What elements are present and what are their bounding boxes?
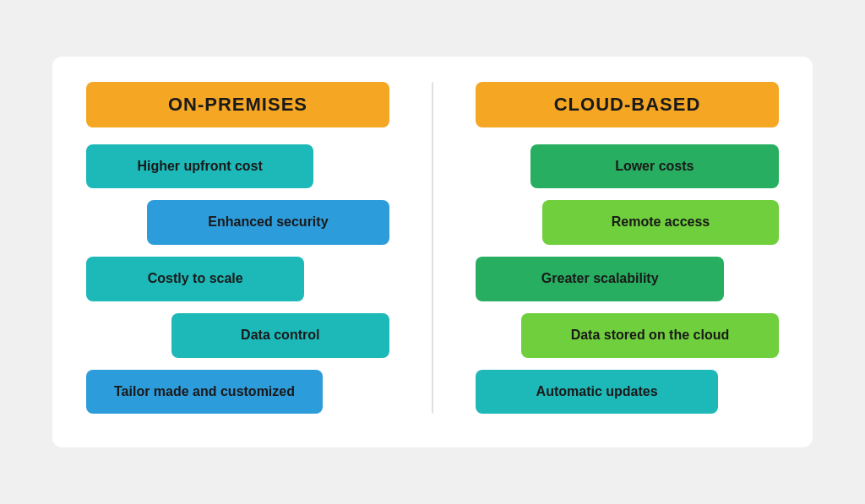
comparison-card: ON-PREMISES Higher upfront costEnhanced … [52,57,813,448]
on-premises-items: Higher upfront costEnhanced securityCost… [86,144,389,415]
on-premises-item-2: Costly to scale [86,257,304,301]
cloud-based-items: Lower costsRemote accessGreater scalabil… [476,144,779,415]
cloud-based-item-0: Lower costs [530,144,779,189]
cloud-based-header: CLOUD-BASED [476,82,779,127]
cloud-based-column: CLOUD-BASED Lower costsRemote accessGrea… [476,82,779,415]
on-premises-item-0: Higher upfront cost [86,144,313,189]
on-premises-column: ON-PREMISES Higher upfront costEnhanced … [86,82,389,415]
column-divider [432,82,433,415]
cloud-based-item-3: Data stored on the cloud [521,313,779,358]
cloud-based-item-2: Greater scalability [476,257,724,301]
cloud-based-item-1: Remote access [542,200,779,245]
on-premises-item-1: Enhanced security [147,200,389,245]
on-premises-item-3: Data control [171,313,389,358]
on-premises-header: ON-PREMISES [86,82,389,127]
on-premises-item-4: Tailor made and customized [86,370,323,415]
cloud-based-item-4: Automatic updates [476,370,718,415]
